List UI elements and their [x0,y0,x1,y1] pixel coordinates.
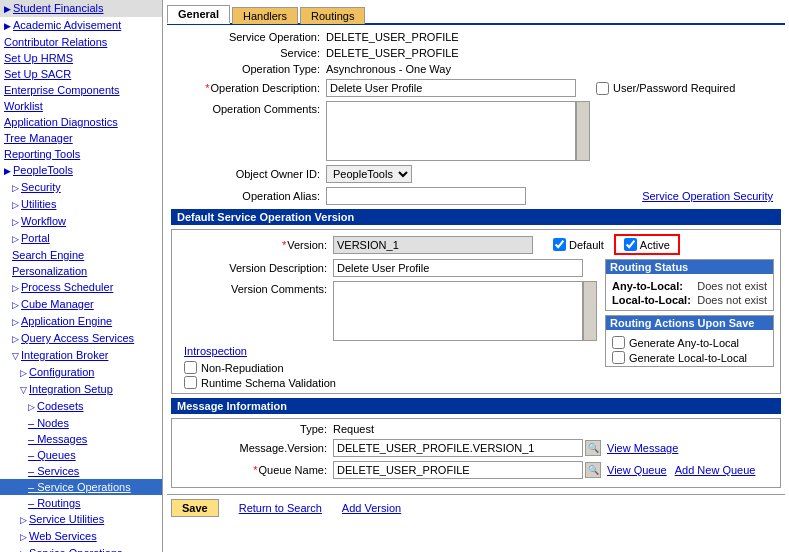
any-to-local-label: Any-to-Local: [612,280,683,292]
sidebar-item-messages[interactable]: – Messages [0,431,162,447]
operation-comments-textarea[interactable] [326,101,576,161]
tab-general[interactable]: General [167,5,230,24]
version-desc-input[interactable] [333,259,583,277]
generate-local-checkbox[interactable] [612,351,625,364]
routing-status-panel: Routing Status Any-to-Local: Does not ex… [605,259,774,311]
sidebar-item-query-access-services[interactable]: ▷Query Access Services [0,330,162,347]
operation-description-label: Operation Description: [171,82,326,94]
queue-name-search-button[interactable]: 🔍 [585,462,601,478]
sidebar-item-queues[interactable]: – Queues [0,447,162,463]
sidebar-item-codesets[interactable]: ▷Codesets [0,398,162,415]
operation-description-row: Operation Description: User/Password Req… [171,79,781,97]
user-password-checkbox[interactable] [596,82,609,95]
generate-any-checkbox[interactable] [612,336,625,349]
sidebar-item-configuration[interactable]: ▷Configuration [0,364,162,381]
sidebar-item-contributor-relations[interactable]: Contributor Relations [0,34,162,50]
message-info-header: Message Information [171,398,781,414]
add-version-link[interactable]: Add Version [342,502,401,514]
operation-comments-scrollbar [576,101,590,161]
sidebar-item-service-utilities[interactable]: ▷Service Utilities [0,511,162,528]
queue-name-input[interactable] [333,461,583,479]
message-version-input[interactable] [333,439,583,457]
local-to-local-row: Local-to-Local: Does not exist [612,294,767,306]
operation-type-row: Operation Type: Asynchronous - One Way [171,63,781,75]
service-operation-row: Service Operation: DELETE_USER_PROFILE [171,31,781,43]
sidebar-item-security[interactable]: ▷Security [0,179,162,196]
sidebar-item-application-engine[interactable]: ▷Application Engine [0,313,162,330]
view-queue-link[interactable]: View Queue [607,464,667,476]
sidebar-item-portal[interactable]: ▷Portal [0,230,162,247]
sidebar-item-academic-advisement[interactable]: ▶Academic Advisement [0,17,162,34]
service-label: Service: [171,47,326,59]
sidebar-item-application-diagnostics[interactable]: Application Diagnostics [0,114,162,130]
sidebar-item-personalization[interactable]: Personalization [0,263,162,279]
sidebar-item-worklist[interactable]: Worklist [0,98,162,114]
operation-alias-input[interactable] [326,187,526,205]
sidebar-item-utilities[interactable]: ▷Utilities [0,196,162,213]
default-checkbox-row: Default [553,238,604,251]
routing-status-content: Any-to-Local: Does not exist Local-to-Lo… [606,278,773,310]
default-checkbox[interactable] [553,238,566,251]
version-input[interactable] [333,236,533,254]
sidebar-item-cube-manager[interactable]: ▷Cube Manager [0,296,162,313]
version-comments-row: Version Comments: [178,281,597,341]
sidebar-item-set-up-sacr[interactable]: Set Up SACR [0,66,162,82]
runtime-schema-label: Runtime Schema Validation [201,377,336,389]
version-comments-textarea[interactable] [333,281,583,341]
view-message-link[interactable]: View Message [607,442,678,454]
dsov-panel: Version: Default Active [171,229,781,394]
service-value: DELETE_USER_PROFILE [326,47,459,59]
generate-local-label: Generate Local-to-Local [629,352,747,364]
generate-local-row: Generate Local-to-Local [612,351,767,364]
routing-actions-content: Generate Any-to-Local Generate Local-to-… [606,334,773,366]
sidebar-item-integration-broker[interactable]: ▽Integration Broker [0,347,162,364]
sidebar-item-workflow[interactable]: ▷Workflow [0,213,162,230]
user-password-label: User/Password Required [613,82,735,94]
routing-actions-panel: Routing Actions Upon Save Generate Any-t… [605,315,774,367]
operation-description-input[interactable] [326,79,576,97]
sidebar-item-enterprise-components[interactable]: Enterprise Components [0,82,162,98]
form-section: Service Operation: DELETE_USER_PROFILE S… [167,25,785,494]
footer-row: Save Return to Search Add Version [167,494,785,521]
message-version-search-button[interactable]: 🔍 [585,440,601,456]
object-owner-select[interactable]: PeopleTools [326,165,412,183]
sidebar-item-reporting-tools[interactable]: Reporting Tools [0,146,162,162]
runtime-schema-checkbox[interactable] [184,376,197,389]
object-owner-row: Object Owner ID: PeopleTools [171,165,781,183]
non-repudiation-row: Non-Repudiation [184,361,597,374]
sidebar-item-process-scheduler[interactable]: ▷Process Scheduler [0,279,162,296]
sidebar-item-student-financials[interactable]: ▶Student Financials [0,0,162,17]
sidebar-item-integration-setup[interactable]: ▽Integration Setup [0,381,162,398]
sidebar-item-tree-manager[interactable]: Tree Manager [0,130,162,146]
sidebar-item-nodes[interactable]: – Nodes [0,415,162,431]
sidebar-item-service-operations[interactable]: – Service Operations [0,479,162,495]
active-checkbox[interactable] [624,238,637,251]
message-version-label: Message.Version: [178,442,333,454]
save-button[interactable]: Save [171,499,219,517]
version-comments-container [333,281,597,341]
tab-routings[interactable]: Routings [300,7,365,24]
sidebar-item-routings[interactable]: – Routings [0,495,162,511]
service-operation-security-link[interactable]: Service Operation Security [642,190,773,202]
active-label: Active [640,239,670,251]
version-desc-row: Version Description: [178,259,597,277]
sidebar-item-set-up-hrms[interactable]: Set Up HRMS [0,50,162,66]
return-to-search-link[interactable]: Return to Search [239,502,322,514]
sidebar-item-web-services[interactable]: ▷Web Services [0,528,162,545]
operation-alias-row: Operation Alias: Service Operation Secur… [171,187,781,205]
object-owner-label: Object Owner ID: [171,168,326,180]
service-operation-value: DELETE_USER_PROFILE [326,31,459,43]
sidebar-item-search-engine[interactable]: Search Engine [0,247,162,263]
tab-handlers[interactable]: Handlers [232,7,298,24]
sidebar-item-service-operations-monitor[interactable]: ▷Service Operations [0,545,162,552]
operation-comments-label: Operation Comments: [171,101,326,115]
version-comments-label: Version Comments: [178,281,333,295]
sidebar-item-peopletools[interactable]: ▶PeopleTools [0,162,162,179]
sidebar-item-services[interactable]: – Services [0,463,162,479]
non-repudiation-checkbox[interactable] [184,361,197,374]
add-new-queue-link[interactable]: Add New Queue [675,464,756,476]
generate-any-row: Generate Any-to-Local [612,336,767,349]
introspection-link[interactable]: Introspection [184,345,247,357]
sidebar: ▶Student Financials ▶Academic Advisement… [0,0,163,552]
routing-status-title: Routing Status [606,260,773,274]
